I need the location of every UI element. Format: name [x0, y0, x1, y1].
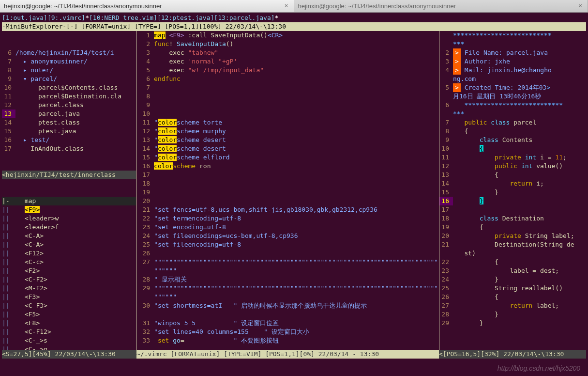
- code-line[interactable]: 23"set encoding=utf-8: [136, 223, 439, 232]
- code-line[interactable]: 8 {: [439, 127, 586, 136]
- tag-item[interactable]: || <M-F2>: [2, 284, 136, 293]
- code-line[interactable]: 2func! SaveInputData(): [136, 40, 439, 48]
- code-line[interactable]: 16colorscheme ron: [136, 162, 439, 171]
- code-line[interactable]: 17: [439, 205, 586, 214]
- code-line[interactable]: 22 {: [439, 258, 586, 266]
- code-line[interactable]: 11"colorscheme torte: [136, 118, 439, 127]
- tag-item[interactable]: || <F8>: [2, 319, 136, 328]
- code-line[interactable]: 33 set go= " 不要图形按钮: [136, 336, 439, 345]
- close-icon[interactable]: ×: [577, 3, 584, 10]
- code-line[interactable]: 14 return i;: [439, 179, 586, 188]
- tree-item[interactable]: 16 ▸ test/: [2, 136, 136, 144]
- code-line[interactable]: 15"colorscheme elflord: [136, 153, 439, 162]
- code-line[interactable]: 7 public class parcel: [439, 118, 586, 127]
- code-line[interactable]: ng.com: [439, 75, 586, 83]
- tree-item[interactable]: 15 ptest.java: [2, 127, 136, 136]
- tag-item[interactable]: || <F5>: [2, 310, 136, 319]
- taglist-panel[interactable]: |- map|| <F9>|| <leader>w|| <leader>f|| …: [2, 197, 136, 350]
- code-line[interactable]: ***: [439, 110, 586, 118]
- tab-terminal-1[interactable]: hejinxin@google: ~/TIJ4/test/innerclass/…: [0, 0, 294, 12]
- tag-item[interactable]: || <C-_>s: [2, 336, 136, 345]
- code-line[interactable]: 1map <F9> :call SaveInputData()<CR>: [136, 31, 439, 40]
- code-line[interactable]: 26 {: [439, 293, 586, 301]
- code-line[interactable]: 29 }: [439, 319, 586, 328]
- code-line[interactable]: 22"set termencoding=utf-8: [136, 214, 439, 223]
- code-line[interactable]: ***: [439, 40, 586, 48]
- tree-item[interactable]: 10 parcel$Contents.class: [2, 83, 136, 92]
- code-line[interactable]: 28 }: [439, 310, 586, 319]
- code-line[interactable]: 12"colorscheme murphy: [136, 127, 439, 136]
- code-line[interactable]: st): [439, 249, 586, 258]
- code-line[interactable]: 12 public int value(): [439, 162, 586, 171]
- code-line[interactable]: 26: [136, 249, 439, 258]
- tree-item[interactable]: 17 InAndOut.class: [2, 144, 136, 153]
- code-line[interactable]: 28" 显示相关: [136, 275, 439, 284]
- tree-item[interactable]: 11 parcel$Destination.cla: [2, 92, 136, 101]
- code-line[interactable]: 20: [136, 197, 439, 205]
- code-line[interactable]: 10 {: [439, 144, 586, 153]
- parcel-editor[interactable]: *****************************2> File Nam…: [439, 31, 586, 350]
- tag-item[interactable]: || <C-c>: [2, 258, 136, 266]
- code-line[interactable]: 14"colorscheme desert: [136, 144, 439, 153]
- code-line[interactable]: 10: [136, 110, 439, 118]
- code-line[interactable]: 27""""""""""""""""""""""""""""""""""""""…: [136, 258, 439, 266]
- code-line[interactable]: 9 class Contents: [439, 136, 586, 144]
- tree-item[interactable]: 6/home/hejinxin/TIJ4/test/i: [2, 48, 136, 57]
- code-line[interactable]: 13"colorscheme desert: [136, 136, 439, 144]
- code-line[interactable]: 6endfunc: [136, 75, 439, 83]
- code-line[interactable]: 21 Destination(String de: [439, 240, 586, 249]
- code-line[interactable]: 24"set fileencodings=ucs-bom,utf-8,cp936: [136, 232, 439, 240]
- code-line[interactable]: 16 }: [439, 197, 586, 205]
- code-line[interactable]: 3> Author: jxhe: [439, 57, 586, 66]
- nerdtree-panel[interactable]: 6/home/hejinxin/TIJ4/test/i7 ▸ anonymous…: [2, 48, 136, 153]
- tag-item[interactable]: || <F2>: [2, 266, 136, 275]
- tag-item[interactable]: || <leader>w: [2, 214, 136, 223]
- code-line[interactable]: 27 return label;: [439, 301, 586, 310]
- code-line[interactable]: 18: [136, 179, 439, 188]
- tree-item[interactable]: 9 ▾ parcel/: [2, 75, 136, 83]
- code-line[interactable]: 月16日 星期日 13时46分16秒: [439, 92, 586, 101]
- code-line[interactable]: """""": [136, 266, 439, 275]
- code-line[interactable]: 20 private String label;: [439, 232, 586, 240]
- tag-item[interactable]: || <leader>f: [2, 223, 136, 232]
- code-line[interactable]: 13 {: [439, 171, 586, 179]
- tree-item[interactable]: 13 parcel.java: [2, 110, 136, 118]
- code-line[interactable]: 24 }: [439, 275, 586, 284]
- code-line[interactable]: 7: [136, 83, 439, 92]
- code-line[interactable]: 15 }: [439, 188, 586, 197]
- code-line[interactable]: 21"set fencs=utf-8,ucs-bom,shift-jis,gb1…: [136, 205, 439, 214]
- code-line[interactable]: 32"set lines=40 columns=155 " 设定窗口大小: [136, 328, 439, 336]
- tab-terminal-2[interactable]: hejinxin@google: ~/TIJ4/test/innerclass/…: [294, 0, 588, 12]
- code-line[interactable]: **************************: [439, 31, 586, 40]
- code-line[interactable]: 4> Mail: jinxin.he@changho: [439, 66, 586, 75]
- tag-item[interactable]: || <F9>: [2, 205, 136, 214]
- tag-item[interactable]: || <F12>: [2, 249, 136, 258]
- code-line[interactable]: 19 {: [439, 223, 586, 232]
- tag-item[interactable]: || <C-_>g: [2, 345, 136, 350]
- code-line[interactable]: 29""""""""""""""""""""""""""""""""""""""…: [136, 284, 439, 293]
- code-line[interactable]: 31"winpos 5 5 " 设定窗口位置: [136, 319, 439, 328]
- code-line[interactable]: 18 class Destination: [439, 214, 586, 223]
- tag-item[interactable]: || <C-F12>: [2, 328, 136, 336]
- code-line[interactable]: 2> File Name: parcel.java: [439, 48, 586, 57]
- tree-item[interactable]: 8 ▸ outer/: [2, 66, 136, 75]
- code-line[interactable]: 4 exec 'normal "+gP': [136, 57, 439, 66]
- vimrc-editor[interactable]: 1map <F9> :call SaveInputData()<CR>2func…: [136, 31, 439, 350]
- tree-item[interactable]: 12 parcel.class: [2, 101, 136, 110]
- code-line[interactable]: 5> Created Time: 2014年03>: [439, 83, 586, 92]
- code-line[interactable]: 19: [136, 188, 439, 197]
- code-line[interactable]: """""": [136, 293, 439, 301]
- code-line[interactable]: [136, 310, 439, 319]
- tag-item[interactable]: || <C-A>: [2, 232, 136, 240]
- tree-item[interactable]: 14 ptest.class: [2, 118, 136, 127]
- tag-item[interactable]: || <C-F3>: [2, 301, 136, 310]
- code-line[interactable]: 9: [136, 101, 439, 110]
- code-line[interactable]: 3 exec "tabnew": [136, 48, 439, 57]
- tag-item[interactable]: || <C-F2>: [2, 275, 136, 284]
- code-line[interactable]: 11 private int i = 11;: [439, 153, 586, 162]
- code-line[interactable]: 23 label = dest;: [439, 266, 586, 275]
- code-line[interactable]: 30"set shortmess=atI " 启动的时候不显示那个援助乌干达儿童…: [136, 301, 439, 310]
- minibufexplorer-tabs[interactable]: [1:out.java][9:.vimrc]*[10:NERD_tree.vim…: [2, 14, 586, 22]
- close-icon[interactable]: ×: [283, 3, 290, 10]
- code-line[interactable]: 17: [136, 171, 439, 179]
